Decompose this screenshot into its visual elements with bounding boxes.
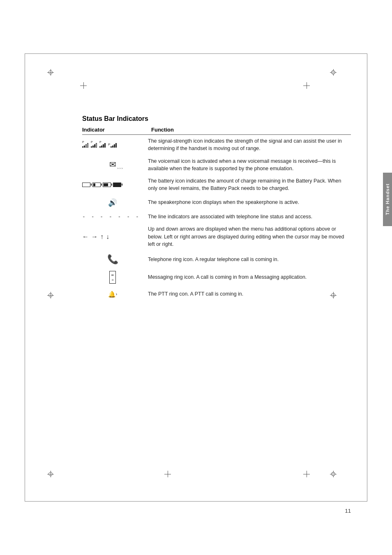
ptt-icon-cell: 🔔› bbox=[82, 286, 148, 302]
main-content: Status Bar Indicators Indicator Function bbox=[82, 115, 351, 302]
battery-third bbox=[92, 183, 101, 187]
battery-icons bbox=[82, 183, 143, 187]
line-icon-cell: - - - - - - - bbox=[82, 210, 148, 223]
voicemail-icon: ✉ › › › bbox=[82, 157, 143, 172]
crosshair-br2 bbox=[330, 471, 337, 477]
battery-full bbox=[113, 183, 121, 187]
page-number: 11 bbox=[345, 508, 351, 514]
table-row: - - - - - - - The line indicators are as… bbox=[82, 210, 351, 223]
page-border-right bbox=[367, 53, 367, 502]
battery-function-text: The battery icon indicates the amount of… bbox=[148, 175, 351, 194]
line-function-text: The line indicators are associated with … bbox=[148, 210, 351, 223]
speaker-icon-cell: 🔊 bbox=[82, 195, 148, 210]
speaker-function-text: The speakerphone icon displays when the … bbox=[148, 195, 351, 210]
table-row: ≡≡ Messaging ring icon. A call is coming… bbox=[82, 268, 351, 286]
table-row: The battery icon indicates the amount of… bbox=[82, 175, 351, 194]
battery-twothirds bbox=[103, 183, 111, 187]
voicemail-function-text: The voicemail icon is activated when a n… bbox=[148, 155, 351, 175]
arrows-icon-cell: ← → ↑ ↓ bbox=[82, 223, 148, 250]
arrows-function-text: Up and down arrows are displayed when th… bbox=[148, 223, 351, 250]
crosshair-tl2 bbox=[80, 82, 87, 89]
signal-icon-4: P bbox=[108, 142, 117, 148]
crosshair-bl2 bbox=[164, 471, 171, 477]
col-header-indicator: Indicator bbox=[82, 126, 148, 135]
page-border-top bbox=[25, 53, 367, 54]
ptt-function-text: The PTT ring con. A PTT call is coming i… bbox=[148, 286, 351, 302]
signal-icon-3: P bbox=[99, 142, 106, 148]
col-header-function: Function bbox=[148, 126, 351, 135]
table-row: 🔔› The PTT ring con. A PTT call is comin… bbox=[82, 286, 351, 302]
table-row: 🔊 The speakerphone icon displays when th… bbox=[82, 195, 351, 210]
indicator-table: Indicator Function P bbox=[82, 126, 351, 302]
crosshair-tl1 bbox=[47, 69, 54, 76]
ptt-icon: 🔔› bbox=[82, 289, 143, 299]
table-row: 📞 Telephone ring icon. A regular telepho… bbox=[82, 250, 351, 268]
phone-ring-icon-cell: 📞 bbox=[82, 250, 148, 268]
section-title: Status Bar Indicators bbox=[82, 115, 351, 123]
crosshair-br1 bbox=[303, 471, 310, 477]
crosshair-tr1 bbox=[330, 69, 337, 76]
phone-ring-icon: 📞 bbox=[82, 253, 143, 266]
msg-ring-function-text: Messaging ring icon. A call is coming in… bbox=[148, 268, 351, 286]
page-border-bottom bbox=[25, 501, 367, 502]
page-border-left bbox=[25, 53, 25, 502]
voicemail-icon-cell: ✉ › › › bbox=[82, 155, 148, 175]
battery-empty bbox=[82, 183, 90, 187]
signal-icons: P P bbox=[82, 142, 143, 148]
sidebar-tab-label: The Handset bbox=[385, 183, 390, 215]
arrows-icon: ← → ↑ ↓ bbox=[82, 232, 143, 241]
table-row: P P bbox=[82, 135, 351, 155]
msg-ring-icon-cell: ≡≡ bbox=[82, 268, 148, 286]
battery-icon-cell bbox=[82, 175, 148, 194]
crosshair-tr2 bbox=[303, 82, 310, 89]
table-row: ✉ › › › The voicemail icon is activated … bbox=[82, 155, 351, 175]
table-row: ← → ↑ ↓ Up and down arrows are displayed… bbox=[82, 223, 351, 250]
msg-ring-icon: ≡≡ bbox=[82, 271, 143, 284]
sidebar-tab: The Handset bbox=[383, 173, 392, 226]
signal-icon-1: P bbox=[82, 142, 88, 148]
crosshair-ml bbox=[47, 292, 54, 298]
speaker-icon: 🔊 bbox=[82, 197, 143, 208]
line-icon: - - - - - - - bbox=[82, 213, 143, 221]
phone-ring-function-text: Telephone ring icon. A regular telephone… bbox=[148, 250, 351, 268]
signal-icon-2: P bbox=[91, 142, 97, 148]
crosshair-bl1 bbox=[47, 471, 54, 477]
signal-icon-cell: P P bbox=[82, 135, 148, 155]
signal-function-text: The signal-strength icon indicates the s… bbox=[148, 135, 351, 155]
